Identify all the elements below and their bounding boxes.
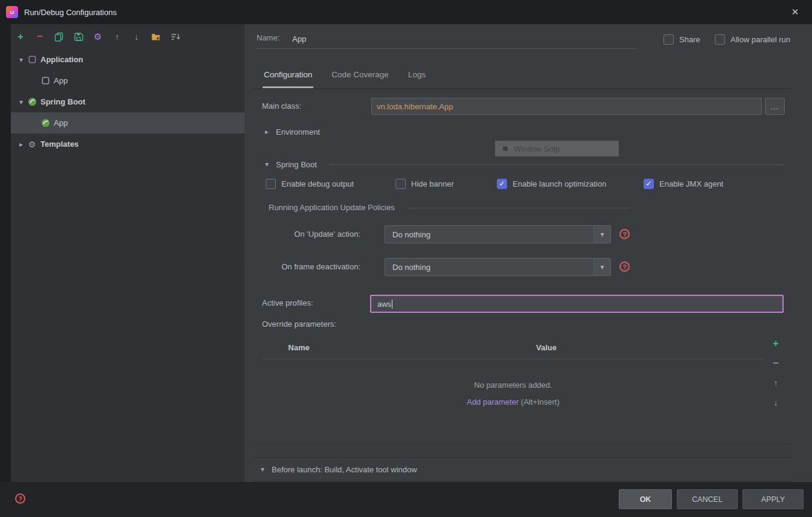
checkbox-label: Enable launch optimization [513,179,606,188]
chevron-down-icon[interactable]: ▾ [16,98,27,106]
before-launch-section-toggle[interactable]: ▾ Before launch: Build, Activate tool wi… [261,463,417,475]
help-icon[interactable]: ? [15,493,25,504]
enable-jmx-agent-checkbox[interactable]: ✓ Enable JMX agent [644,178,723,189]
title-bar: IJ Run/Debug Configurations ✕ [0,0,812,24]
remove-parameter-icon[interactable]: − [769,357,782,370]
checkbox-label: Enable debug output [281,179,354,188]
tree-item-label: App [54,76,68,85]
active-profiles-input[interactable]: aws [370,295,784,313]
sort-icon[interactable] [169,31,181,43]
enable-debug-output-checkbox[interactable]: Enable debug output [266,178,354,189]
tab-code-coverage[interactable]: Code Coverage [330,61,390,88]
allow-parallel-run-checkbox[interactable]: Allow parallel run [715,34,790,45]
section-separator [329,164,785,165]
add-parameter-link[interactable]: Add parameter [467,397,519,406]
spring-boot-section-label: Spring Boot [276,160,317,169]
copy-icon[interactable] [53,31,65,43]
environment-label: Environment [276,127,320,136]
add-parameter-icon[interactable]: + [769,337,782,350]
add-parameter-row: Add parameter (Alt+Insert) [262,396,764,408]
tab-bar: Configuration Code Coverage Logs [263,61,427,88]
chevron-down-icon[interactable]: ▾ [593,226,610,243]
edit-defaults-icon[interactable]: ⚙ [92,31,104,43]
new-folder-icon[interactable] [150,31,162,43]
tab-configuration[interactable]: Configuration [263,61,313,88]
configuration-editor-panel: Name: App Share Allow parallel run Confi… [245,24,812,482]
move-down-icon[interactable]: ↓ [769,396,782,409]
main-class-input[interactable]: vn.loda.hibernate.App [371,98,762,115]
name-label: Name: [257,33,280,42]
main-class-label: Main class: [262,100,301,112]
check-icon: ✓ [645,179,651,188]
apply-button[interactable]: APPLY [743,489,804,509]
checkbox-checked[interactable]: ✓ [644,179,654,189]
tab-separator [254,88,791,89]
tree-item-application-group[interactable]: ▾ Application [11,49,245,70]
chevron-down-icon[interactable]: ▾ [265,160,271,169]
chevron-down-icon[interactable]: ▾ [261,465,267,474]
remove-icon[interactable]: − [34,31,46,43]
save-icon[interactable] [72,31,85,43]
window-snip-label: Window Snip [514,144,560,153]
move-up-icon[interactable]: ↑ [769,376,782,390]
configurations-sidebar: + − ⚙ ↑ ↓ ▾ Application App ▾ [11,24,245,482]
enable-launch-optimization-checkbox[interactable]: ✓ Enable launch optimization [497,178,606,189]
chevron-right-icon[interactable]: ▸ [265,127,271,136]
add-icon[interactable]: + [14,31,27,43]
checkbox-unchecked[interactable] [395,179,406,189]
table-header-name: Name [263,342,335,354]
browse-button[interactable]: ... [765,98,785,115]
tree-item-label: App [54,118,68,127]
name-field-underline [257,48,637,49]
add-parameter-shortcut: (Alt+Insert) [519,397,560,406]
on-frame-deactivation-label: On frame deactivation: [261,258,360,276]
checkbox-unchecked[interactable] [266,179,276,189]
checkbox-unchecked[interactable] [663,34,674,45]
table-bottom-separator [254,444,791,445]
chevron-right-icon[interactable]: ▸ [16,140,27,149]
chevron-down-icon[interactable]: ▾ [593,258,610,275]
dialog-footer: ? OK CANCEL APPLY [0,482,812,517]
move-down-icon[interactable]: ↓ [130,31,142,43]
before-launch-separator [254,457,791,458]
text-caret [392,300,392,309]
intellij-logo-icon: IJ [6,6,18,18]
table-header-value: Value [498,342,595,354]
update-policies-section-label: Running Application Update Policies [269,203,395,212]
share-checkbox[interactable]: Share [663,34,700,45]
on-frame-deactivation-select[interactable]: Do nothing ▾ [385,258,611,276]
checkbox-checked[interactable]: ✓ [497,179,507,189]
active-profiles-label: Active profiles: [262,297,313,309]
tree-item-label: Application [40,55,83,64]
checkbox-label: Hide banner [411,179,454,188]
allow-parallel-run-label: Allow parallel run [730,35,790,44]
active-profiles-value: aws [377,300,391,309]
selected-value: Do nothing [385,226,593,243]
spring-boot-icon [40,118,51,129]
environment-section-toggle[interactable]: ▸ Environment [265,126,320,138]
hide-banner-checkbox[interactable]: Hide banner [395,178,454,189]
name-input[interactable]: App [292,33,306,45]
tree-item-application-app[interactable]: App [11,70,245,91]
before-launch-separator [254,481,791,481]
share-label: Share [679,35,700,44]
on-update-action-select[interactable]: Do nothing ▾ [385,225,611,243]
tree-item-label: Templates [40,140,78,149]
on-update-action-label: On 'Update' action: [261,225,360,243]
table-header-separator [262,359,764,359]
spring-boot-section-toggle[interactable]: ▾ Spring Boot [265,158,317,170]
ok-button[interactable]: OK [619,489,672,509]
help-icon[interactable]: ? [619,262,630,272]
close-icon[interactable]: ✕ [784,0,806,24]
tree-item-templates[interactable]: ▸ ⚙ Templates [11,133,245,155]
chevron-down-icon[interactable]: ▾ [16,56,27,64]
section-separator [408,208,630,208]
cancel-button[interactable]: CANCEL [677,489,738,509]
tree-item-spring-boot-app[interactable]: App [11,112,245,133]
application-icon [27,54,37,65]
move-up-icon[interactable]: ↑ [111,31,123,43]
tab-logs[interactable]: Logs [407,61,427,88]
help-icon[interactable]: ? [619,229,630,239]
tree-item-spring-boot-group[interactable]: ▾ Spring Boot [11,91,245,112]
checkbox-unchecked[interactable] [715,34,725,45]
